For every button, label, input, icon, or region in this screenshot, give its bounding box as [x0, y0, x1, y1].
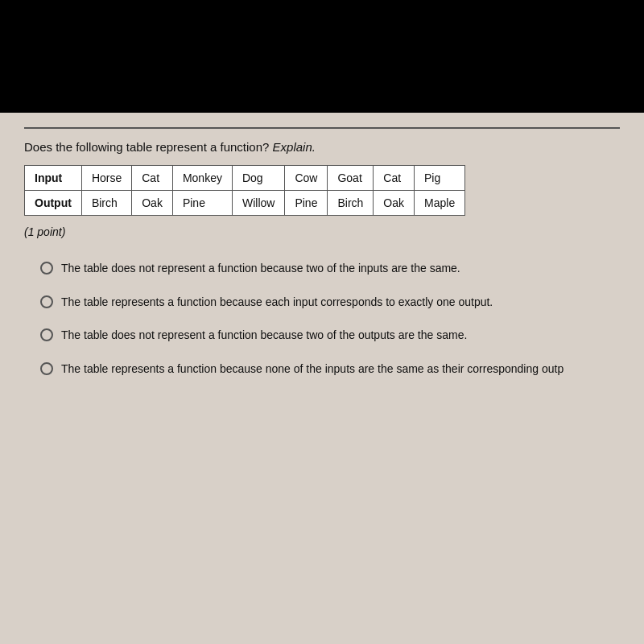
table-wrapper: Input Horse Cat Monkey Dog Cow Goat Cat …	[24, 165, 620, 216]
question-main: Does the following table represent a fun…	[24, 140, 269, 154]
output-pine2: Pine	[285, 191, 328, 216]
output-maple: Maple	[415, 191, 465, 216]
option-label-1: The table does not represent a function …	[61, 261, 460, 277]
question-explain: Explain.	[273, 140, 316, 154]
table-row-output: Output Birch Oak Pine Willow Pine Birch …	[25, 191, 465, 216]
option-item-2: The table represents a function because …	[40, 295, 620, 311]
output-birch2: Birch	[328, 191, 374, 216]
option-label-2: The table represents a function because …	[61, 295, 493, 311]
question-text: Does the following table represent a fun…	[24, 140, 620, 154]
options-list: The table does not represent a function …	[40, 261, 620, 377]
option-item-3: The table does not represent a function …	[40, 328, 620, 344]
option-label-3: The table does not represent a function …	[61, 328, 467, 344]
input-monkey: Monkey	[172, 166, 232, 191]
input-horse: Horse	[81, 166, 131, 191]
table-row-input: Input Horse Cat Monkey Dog Cow Goat Cat …	[25, 166, 465, 191]
option-item-4: The table represents a function because …	[40, 361, 620, 378]
input-cow: Cow	[285, 166, 328, 191]
output-oak1: Oak	[132, 191, 173, 216]
option-item-1: The table does not represent a function …	[40, 261, 620, 277]
output-oak2: Oak	[374, 191, 415, 216]
input-pig: Pig	[415, 166, 465, 191]
output-birch: Birch	[81, 191, 131, 216]
input-cat1: Cat	[132, 166, 173, 191]
output-label: Output	[25, 191, 82, 216]
radio-option-3[interactable]	[40, 328, 53, 341]
option-label-4: The table represents a function because …	[61, 361, 564, 378]
points-text: (1 point)	[24, 225, 620, 238]
top-black-area	[0, 0, 644, 113]
output-empty: Willow	[232, 191, 284, 216]
input-label: Input	[25, 166, 82, 191]
function-table: Input Horse Cat Monkey Dog Cow Goat Cat …	[24, 165, 465, 216]
content-area: Does the following table represent a fun…	[0, 113, 644, 644]
input-cat2: Cat	[374, 166, 415, 191]
radio-option-1[interactable]	[40, 262, 53, 275]
input-dog: Dog	[232, 166, 284, 191]
radio-option-2[interactable]	[40, 295, 53, 308]
input-goat: Goat	[328, 166, 374, 191]
divider-line	[24, 127, 620, 129]
screen: Does the following table represent a fun…	[0, 0, 644, 644]
output-pine1: Pine	[172, 191, 232, 216]
radio-option-4[interactable]	[40, 362, 53, 375]
